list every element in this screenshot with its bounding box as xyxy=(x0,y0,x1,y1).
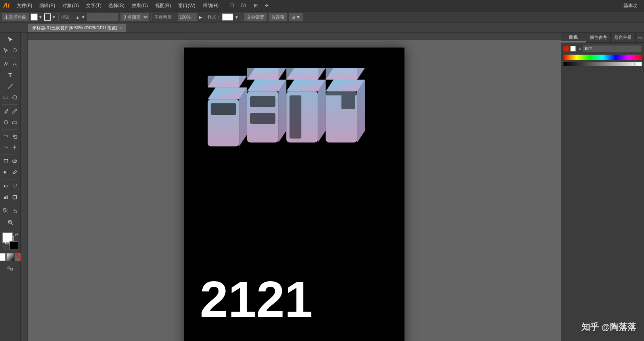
rect-tool[interactable] xyxy=(2,92,10,103)
stroke-width-input[interactable] xyxy=(87,13,119,21)
pen-pair[interactable] xyxy=(2,59,19,69)
eyedropper-tool[interactable] xyxy=(10,167,19,177)
stroke-swatch[interactable] xyxy=(44,13,51,21)
menu-object[interactable]: 对象(O) xyxy=(59,2,82,10)
paintbrush-tool[interactable] xyxy=(2,106,10,116)
slice-tool[interactable] xyxy=(2,206,10,216)
eraser-tool[interactable] xyxy=(10,117,19,128)
graph-tool[interactable] xyxy=(2,192,10,202)
warp-tool[interactable] xyxy=(2,142,10,152)
svg-rect-14 xyxy=(4,159,5,160)
divider-tools-4 xyxy=(2,154,18,154)
menu-effect[interactable]: 效果(C) xyxy=(128,2,151,10)
curvature-tool[interactable] xyxy=(10,59,19,69)
artboard-nav-tool[interactable] xyxy=(2,263,19,274)
document-tab[interactable]: 未标题-3 [已恢复]* @ 50% (RGB/GPU 预览) × xyxy=(28,23,126,32)
doc-settings-button[interactable]: 文档设置 xyxy=(244,13,267,21)
artboard-tool[interactable] xyxy=(10,192,19,202)
menu-window[interactable]: 窗口(W) xyxy=(175,2,198,10)
opacity-input[interactable] xyxy=(178,13,197,21)
ellipse-tool[interactable] xyxy=(10,92,19,103)
tab-title: 未标题-3 [已恢复]* @ 50% (RGB/GPU 预览) xyxy=(32,25,117,31)
pencil-tool[interactable] xyxy=(10,106,19,116)
rotate-tool[interactable] xyxy=(2,131,10,141)
panel-expand[interactable]: >> xyxy=(636,35,644,40)
stroke-down-arrow[interactable]: ▼ xyxy=(81,15,85,19)
graph-artboard-pair[interactable] xyxy=(2,192,19,202)
menu-type[interactable]: 文字(T) xyxy=(83,2,105,10)
color-swatch-red[interactable] xyxy=(564,46,569,51)
color-box-fill[interactable] xyxy=(0,253,6,261)
menu-view[interactable]: 视图(R) xyxy=(152,2,174,10)
slider-handle[interactable] xyxy=(634,61,634,67)
svg-point-20 xyxy=(4,185,5,187)
brush-pair[interactable] xyxy=(2,106,19,116)
zoom-tool[interactable] xyxy=(2,217,19,227)
stroke-type-select[interactable]: 3 点圆形 xyxy=(120,13,149,21)
menu-checkbox1[interactable]: ☐ xyxy=(226,2,237,9)
color-value-slider[interactable] xyxy=(564,62,642,66)
color-spectrum-bar[interactable] xyxy=(564,55,642,60)
blob-brush-tool[interactable] xyxy=(2,117,10,128)
reset-colors-icon[interactable]: ⬛ xyxy=(2,246,7,250)
hand-tool[interactable] xyxy=(10,206,19,216)
color-panel-tab[interactable]: 颜色 xyxy=(561,32,586,42)
hex-color-input[interactable] xyxy=(583,45,642,52)
shape-builder-tool[interactable] xyxy=(10,156,19,166)
background-color[interactable] xyxy=(10,241,18,250)
direct-select-pair[interactable] xyxy=(2,45,19,55)
horizontal-ruler xyxy=(28,32,561,40)
tab-close-button[interactable]: × xyxy=(120,26,122,30)
stroke-up-arrow[interactable]: ▲ xyxy=(76,15,80,19)
blend-symbol-pair[interactable] xyxy=(2,181,19,191)
lasso-tool[interactable] xyxy=(10,45,19,55)
color-swatch-white[interactable] xyxy=(570,46,575,51)
slice-hand-pair[interactable] xyxy=(2,206,19,216)
menu-help[interactable]: 帮助(H) xyxy=(199,2,222,10)
arrange-button[interactable]: ⊞ ▼ xyxy=(289,13,303,21)
shape-pair[interactable] xyxy=(2,92,19,103)
direct-select-tool[interactable] xyxy=(2,45,10,55)
menu-pin[interactable]: ✈ xyxy=(262,2,272,9)
gradient-tool[interactable] xyxy=(2,167,10,177)
divider-tools-2 xyxy=(2,104,18,105)
blend-tool[interactable] xyxy=(2,181,10,191)
scale-tool[interactable] xyxy=(10,131,19,141)
text-2121: 2121 xyxy=(196,274,393,325)
line-tool[interactable] xyxy=(2,81,19,91)
svg-point-6 xyxy=(4,121,8,124)
swap-colors-icon[interactable]: ⇄ xyxy=(15,232,18,237)
gradient-eyedrop-pair[interactable] xyxy=(2,167,19,177)
free-transform-tool[interactable] xyxy=(2,156,10,166)
fill-arrow[interactable]: ▼ xyxy=(38,15,42,19)
menu-bar: Ai 文件(F) 编辑(E) 对象(O) 文字(T) 选择(S) 效果(C) 视… xyxy=(0,0,644,11)
warp-width-pair[interactable] xyxy=(2,142,19,152)
workspace-label[interactable]: 基本功 xyxy=(620,2,641,10)
svg-rect-18 xyxy=(4,171,8,173)
svg-point-21 xyxy=(7,186,8,187)
symbol-sprayer-tool[interactable] xyxy=(10,181,19,191)
width-tool[interactable] xyxy=(10,142,19,152)
menu-grid[interactable]: ⊞ xyxy=(251,2,261,9)
type-tool[interactable]: T xyxy=(2,70,19,80)
menu-file[interactable]: 文件(F) xyxy=(13,2,35,10)
menu-select[interactable]: 选择(S) xyxy=(105,2,128,10)
select-tool[interactable] xyxy=(2,34,19,44)
pen-tool[interactable] xyxy=(2,59,10,69)
canvas-viewport[interactable]: 2121 xyxy=(28,40,561,341)
style-swatch[interactable] xyxy=(222,13,233,21)
stroke-arrow[interactable]: ▼ xyxy=(52,15,56,19)
svg-rect-27 xyxy=(5,196,6,199)
transform-shape-pair[interactable] xyxy=(2,156,19,166)
svg-rect-51 xyxy=(250,96,275,107)
opacity-arrow[interactable]: ▶ xyxy=(199,15,202,19)
rotate-scale-pair[interactable] xyxy=(2,131,19,141)
eraser-pair[interactable] xyxy=(2,117,19,128)
color-box-gradient[interactable] xyxy=(6,253,14,261)
style-arrow[interactable]: ▼ xyxy=(235,15,239,19)
color-guide-tab[interactable]: 颜色参考 xyxy=(586,33,611,42)
menu-edit[interactable]: 编辑(E) xyxy=(36,2,58,10)
preferences-button[interactable]: 首选项 xyxy=(268,13,287,21)
color-theme-tab[interactable]: 颜色主题 xyxy=(611,33,636,42)
fill-swatch[interactable] xyxy=(31,13,38,21)
